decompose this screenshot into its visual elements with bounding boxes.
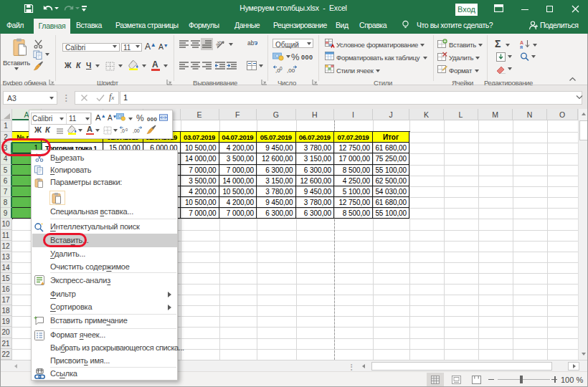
svg-text:0: 0 <box>125 128 128 132</box>
svg-text:,0: ,0 <box>120 128 125 133</box>
svg-text:ab: ab <box>247 39 255 47</box>
svg-text:0: 0 <box>280 66 283 71</box>
svg-text:,00: ,00 <box>287 67 295 74</box>
svg-text:ab: ab <box>216 39 224 48</box>
svg-text:я: я <box>520 44 523 49</box>
svg-text:,00: ,00 <box>133 128 140 133</box>
